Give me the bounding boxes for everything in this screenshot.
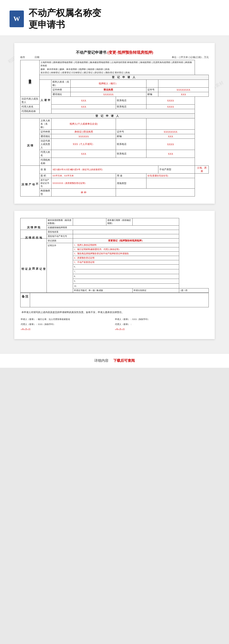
- o-addr-value: XXXXXX: [51, 134, 116, 139]
- use-value: 住宅(普通住宅业住宅): [146, 174, 195, 178]
- sign-row1: 申请人（签章）：银行公章、法人代理张章或者套名 申请人（签章）：XXX（加按手印…: [20, 317, 209, 322]
- o-agent-label: 代理人姓名: [40, 150, 51, 158]
- remarks-value: [30, 293, 209, 307]
- o-phone-label: 联系电话: [116, 139, 146, 150]
- servitude-unit-value: [73, 234, 179, 238]
- apply-items-row: 申请登记事由 土地所有权 ◻国有建设用地使用权 ◻宅基地使用权 ◻集体建设用地使…: [20, 60, 209, 75]
- mortgage-label: 抵押情况: [20, 218, 47, 230]
- agent-value: XXX: [51, 104, 116, 109]
- postcode-value: XXX: [158, 92, 209, 97]
- dominant-estate-value: [73, 230, 179, 234]
- footer-text1: 详细内容: [94, 359, 109, 362]
- obligor-row6: 代理机构名称: [20, 158, 209, 166]
- section2-header: 登 记 申 请 人: [20, 114, 195, 118]
- obligor-row2: 证件种类 身份证◻营业执照 证件号 XXXXXXXX: [20, 130, 209, 134]
- obligor-block: 情况 义务人姓名（名称） 抵押人(个人或者单位企业): [20, 118, 209, 130]
- remarks-row: 备注: [20, 293, 209, 307]
- o-agent-phone-label: 联系电话: [116, 150, 146, 158]
- sea-use-value: [146, 178, 195, 189]
- declaration-text: 本申请人对填写的上述内容及提交的申请材料的真实性负责。如有不实，申请人愿承担法律…: [20, 310, 209, 314]
- document-1: 不动产登记申请书 (变更-抵押预告转现房抵押) 收件日期 单位：◻平方米 ◻公顷…: [14, 43, 215, 204]
- apply-items-content: 土地所有权 ◻国有建设用地使用权 ◻宅基地使用权 ◻集体建设用地使用权 ◻土地承…: [40, 60, 195, 75]
- cert-item-8: 8、: [73, 274, 179, 279]
- obligor-row3: 通讯地址 XXXXXX 邮编 XXX: [20, 134, 209, 139]
- agency-label: 代理机构名称: [20, 109, 40, 114]
- date-left-value: x年x月x日: [21, 328, 30, 330]
- quanli-label: 权利人姓名（名称）: [51, 80, 71, 88]
- property-row4: 构筑物类型 林 种: [20, 189, 209, 196]
- obligor-label: 情况: [20, 118, 40, 166]
- o-agency-value: [51, 158, 195, 166]
- applicant-block: 申请人 权利人姓名（名称） 抵押权人（银行）: [20, 80, 209, 88]
- phone-label: 联系电话: [116, 97, 146, 104]
- obligor-name-value: 抵押人(个人或者单位企业): [51, 118, 116, 130]
- applicant-label: 申请人: [40, 80, 51, 114]
- cert-item-2: 2、银行证明材料(被权委托书、代理人身份证明): [73, 248, 179, 252]
- unit-label: 单位：◻平方米 ◻公顷(口前)，万元: [172, 56, 209, 59]
- agency-value: [51, 109, 195, 114]
- doc-header-row: 收件日期 单位：◻平方米 ◻公顷(口前)，万元: [20, 56, 209, 59]
- reg-reason-value: 变更登记（抵押预告转现房抵押）: [73, 238, 179, 243]
- cert-format-cell: 申请证书版式 单一版 □集成版: [73, 288, 133, 293]
- o-legal-rep-value: XXX（个人不填写）: [51, 139, 116, 150]
- legal-rep-label: 法定代表人或负责人: [20, 97, 40, 104]
- cert-item-1: 1、抵押人身份证明材料: [73, 243, 179, 248]
- property-label: 不动产情况: [20, 166, 40, 196]
- date-right: x年x月x日: [114, 327, 209, 332]
- structure-value: 林 种: [51, 189, 116, 196]
- cert-item-5: 5、不动产权查登证明: [73, 260, 179, 264]
- cert-item-4: 4、房屋预告登记证明: [73, 256, 179, 260]
- o-cert-type-label: 证件种类: [40, 130, 51, 134]
- cert-no-label: 证件号: [146, 88, 158, 92]
- o-cert-no-label: 证件号: [116, 130, 146, 134]
- area-label: 面 积: [40, 174, 51, 178]
- area-value: XX平方米、XX平方米: [51, 174, 116, 178]
- date-left: x年x月x日: [20, 327, 114, 332]
- addr-label: 通讯地址: [51, 92, 71, 97]
- section1-header-row: 登 记 申 请 人: [20, 75, 209, 80]
- o-phone-value: XXXX: [146, 139, 195, 150]
- obligor-cert-value: [146, 118, 195, 130]
- cert-no-value: XXXXXXXX: [158, 88, 209, 92]
- o-postcode-label: 邮编: [116, 134, 146, 139]
- property-row2: 面 积 XX平方米、XX平方米 用 途 住宅(普通住宅业住宅): [20, 174, 209, 178]
- document-2: 抵押情况 被担保债权数额（最高债权数额） 债务履行期限（权权确定期限） 在建建筑…: [14, 211, 215, 339]
- sea-use-label: 用海类型: [116, 178, 146, 189]
- cert-type-value: 营业执照: [71, 88, 146, 92]
- property-row1: 不动产情况 坐 落 X区X路X号X小区X幢X层X号（按证书上的坐落填写） 不动产…: [20, 166, 209, 174]
- obligor-name-label: 义务人姓名（名称）: [40, 118, 51, 130]
- debt-amount-label: 被担保债权数额（最高债权数额）: [47, 218, 73, 226]
- title-line2: 更申请书: [29, 19, 101, 30]
- sign-row2: 代理人（签章）：XXX（加按手印） 代理人（签章）：: [20, 322, 209, 327]
- doc-container: 稻田素材 稻田素材 稻田素材 不动产登记申请书 (变更-抵押预告转现房抵押) 收…: [0, 36, 229, 354]
- cert-item-9: 9、: [73, 279, 179, 284]
- mortgage-row1: 抵押情况 被担保债权数额（最高债权数额） 债务履行期限（权权确定期限）: [20, 218, 209, 226]
- structure-extra: [116, 189, 195, 196]
- quanli-value2: [158, 80, 209, 88]
- sign-table: 申请人（签章）：银行公章、法人代理张章或者套名 申请人（签章）：XXX（加按手印…: [20, 317, 209, 332]
- obligor-row4: 法定代表人或负责人 XXX（个人不填写） 联系电话 XXXX: [20, 139, 209, 150]
- o-agency-label: 代理机构名称: [40, 158, 51, 166]
- servitude-row2: 需役地不动产单元号: [20, 234, 209, 238]
- word-icon: W: [9, 10, 24, 27]
- o-agent-value: XXX: [51, 150, 116, 158]
- word-icon-label: W: [13, 15, 20, 23]
- quanli-value: 抵押权人（银行）: [71, 80, 146, 88]
- mortgage-row2: 在建建筑物抵押用用: [20, 226, 209, 230]
- title-line1: 不动产权属名称变: [29, 7, 101, 19]
- cert-item-6: 6、: [73, 264, 179, 269]
- use-label: 用 途: [116, 174, 146, 178]
- location-value: X区X路X号X小区X幢X层X号（按证书上的坐落填写）: [51, 166, 158, 174]
- o-agent-phone-value: XXX: [146, 150, 195, 158]
- reg-reason-label: 登记原因: [47, 238, 73, 243]
- obligor-cert-label: [116, 118, 146, 130]
- declaration-content: 本申请人对填写的上述内容及提交的申请材料的真实性负责。如有不实，申请人愿承担法律…: [21, 311, 124, 314]
- reason-row1: 登记原因及证明 登记原因 变更登记（抵押预告转现房抵押）: [20, 238, 209, 243]
- property-type-value: 土地、房屋: [195, 166, 209, 174]
- separate-cert-label: 申请分别持证: [133, 288, 179, 293]
- agent-label: 代理人姓名: [20, 104, 40, 109]
- cert-files-header-row: 证明文件 1、抵押人身份证明材料: [20, 243, 209, 248]
- debt-amount-value: [73, 218, 106, 226]
- o-addr-label: 通讯地址: [40, 134, 51, 139]
- section1-header: 登 记 申 请 人: [40, 75, 209, 80]
